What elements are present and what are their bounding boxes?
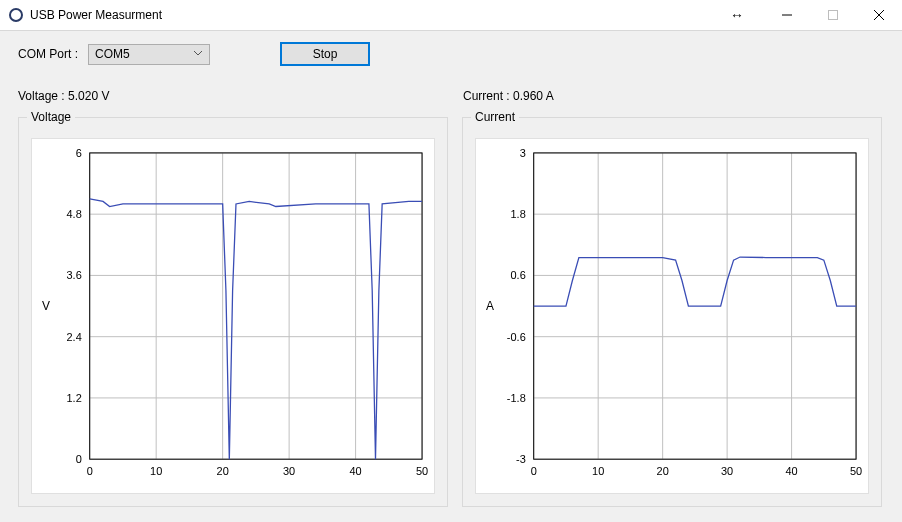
svg-text:4.8: 4.8 [67,208,82,220]
voltage-reading: Voltage : 5.020 V [18,89,109,103]
stop-button[interactable]: Stop [280,42,370,66]
stop-button-label: Stop [313,47,338,61]
controls-row: COM Port : COM5 Stop [18,41,884,67]
svg-text:40: 40 [786,465,798,477]
svg-text:1.8: 1.8 [511,208,526,220]
app-icon [8,7,24,23]
voltage-groupbox: Voltage 0102030405001.22.43.64.86V [18,117,448,507]
com-port-select[interactable]: COM5 [88,44,210,65]
svg-text:30: 30 [283,465,295,477]
svg-text:-3: -3 [516,453,526,465]
maximize-button[interactable] [810,0,856,30]
current-reading: Current : 0.960 A [463,89,554,103]
close-button[interactable] [856,0,902,30]
svg-text:0: 0 [76,453,82,465]
svg-text:0: 0 [87,465,93,477]
svg-text:50: 50 [416,465,428,477]
svg-text:0.6: 0.6 [511,269,526,281]
minimize-button[interactable] [764,0,810,30]
current-groupbox: Current 01020304050-3-1.8-0.60.61.83A [462,117,882,507]
svg-text:1.2: 1.2 [67,392,82,404]
current-chart: 01020304050-3-1.8-0.60.61.83A [475,138,869,494]
svg-text:10: 10 [592,465,604,477]
com-port-label: COM Port : [18,47,78,61]
resize-indicator-icon: ↔ [710,7,764,23]
svg-rect-2 [829,11,838,20]
svg-text:-0.6: -0.6 [507,331,526,343]
svg-text:3.6: 3.6 [67,269,82,281]
svg-point-0 [10,9,22,21]
svg-text:3: 3 [520,147,526,159]
svg-text:0: 0 [531,465,537,477]
svg-text:6: 6 [76,147,82,159]
voltage-chart: 0102030405001.22.43.64.86V [31,138,435,494]
svg-text:30: 30 [721,465,733,477]
svg-text:50: 50 [850,465,862,477]
chevron-down-icon [191,51,205,57]
svg-text:2.4: 2.4 [67,331,82,343]
current-group-legend: Current [471,110,519,124]
svg-text:10: 10 [150,465,162,477]
svg-text:40: 40 [350,465,362,477]
svg-text:20: 20 [657,465,669,477]
svg-text:A: A [486,299,494,313]
svg-text:-1.8: -1.8 [507,392,526,404]
window-title: USB Power Measurment [30,8,162,22]
svg-text:20: 20 [217,465,229,477]
com-port-value: COM5 [95,47,191,61]
voltage-group-legend: Voltage [27,110,75,124]
svg-text:V: V [42,299,50,313]
title-bar: USB Power Measurment ↔ [0,0,902,31]
client-area: COM Port : COM5 Stop Voltage : 5.020 V C… [0,30,902,522]
readings-row: Voltage : 5.020 V Current : 0.960 A [18,89,884,103]
